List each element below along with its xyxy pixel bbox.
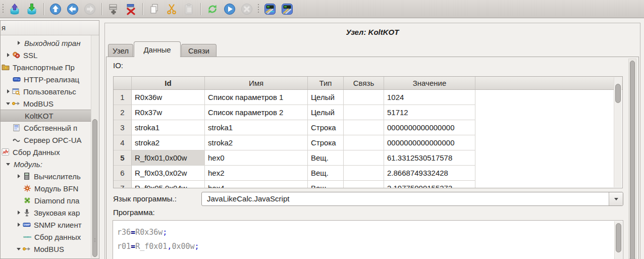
sidebar-item-http-realization[interactable]: HTTP-реализац [1,73,91,85]
table-cell-link[interactable] [344,181,384,188]
expand-closed-icon[interactable] [15,211,23,215]
copy-item-button[interactable] [147,2,162,17]
tab-node[interactable]: Узел [108,44,133,57]
table-cell-id[interactable]: stroka1 [132,120,205,135]
sidebar-item-opc-ua-server[interactable]: Сервер OPC-UA [1,134,91,146]
sidebar-item-koltkot[interactable]: KoltKOT [1,110,91,122]
table-cell-type[interactable]: Вещ. [308,166,344,181]
table-cell-value[interactable]: 0000000000000000 [384,120,475,135]
column-header-id[interactable]: Id [132,77,205,89]
table-cell-link[interactable] [344,135,384,150]
column-header-value[interactable]: Значение [384,77,475,89]
table-cell-id[interactable]: stroka2 [132,135,205,150]
module-tools-1-button[interactable] [262,2,278,17]
column-header-type[interactable]: Тип [308,77,344,89]
column-header-row-number[interactable] [114,77,132,89]
save-to-db-button[interactable] [24,2,39,17]
module-tools-2-button[interactable] [280,2,295,17]
page-scrollbar[interactable] [628,59,636,259]
cut-item-button[interactable] [164,2,179,17]
editor-scrollbar-thumb[interactable] [616,223,621,252]
table-cell-link[interactable] [344,166,384,181]
start-button[interactable] [222,2,237,17]
sidebar-item-diamond-boards[interactable]: Diamond пла [1,194,91,206]
expand-closed-icon[interactable] [4,53,12,57]
expand-closed-icon[interactable] [15,41,23,45]
table-cell-value[interactable]: 1024 [384,90,475,105]
sidebar-scrollbar[interactable] [91,35,98,258]
sidebar-item-own-protocol[interactable]: Собственный п [1,122,91,134]
expand-open-icon[interactable] [4,102,12,105]
table-cell-id[interactable]: R0x36w [132,90,205,105]
sidebar-item-data-acquisition[interactable]: Сбор Данных [1,146,91,158]
sidebar-item-sound-card[interactable]: Звуковая кар [1,206,91,219]
table-cell-name[interactable]: hex0 [205,150,308,166]
table-cell-value[interactable]: 2.19775000155273 [384,181,475,188]
sidebar-item-transport-protocols[interactable]: Транспортные Пр [1,61,91,73]
toolbar-drag-handle[interactable] [256,4,260,14]
table-cell-link[interactable] [344,150,384,166]
row-number[interactable]: 1 [114,90,132,105]
table-cell-link[interactable] [344,105,384,120]
sidebar-item-calculator[interactable]: Вычислитель [1,170,91,182]
table-cell-name[interactable]: Список параметров 1 [205,90,308,105]
sidebar-item-bfn-module[interactable]: Модуль BFN [1,182,91,194]
table-scrollbar-thumb[interactable] [615,84,621,103]
expand-open-icon[interactable] [4,163,12,166]
sidebar-item-siemens-daq[interactable]: SIEMENSСбор данных [1,231,91,243]
table-cell-id[interactable]: R_f0x01,0x00w [132,150,205,166]
table-cell-name[interactable]: stroka2 [205,135,308,150]
table-cell-name[interactable]: Список параметров 2 [205,105,308,120]
column-header-link[interactable]: Связь [344,77,384,89]
sidebar-item-module-group[interactable]: Модуль: [1,158,91,170]
table-cell-value[interactable]: 2.8668749332428 [384,166,475,181]
table-cell-id[interactable]: R_f0x05,0x04w [132,181,205,188]
row-number[interactable]: 6 [114,166,132,181]
row-number[interactable]: 2 [114,105,132,120]
table-cell-link[interactable] [344,120,384,135]
tree-header[interactable]: я [1,21,99,35]
toolbar-drag-handle[interactable] [1,4,5,14]
page-scrollbar-thumb[interactable] [630,61,635,259]
row-number[interactable]: 4 [114,135,132,150]
program-language-select[interactable]: JavaLikeCalc.JavaScript [201,192,623,206]
load-from-db-button[interactable] [7,2,22,17]
table-cell-link[interactable] [344,90,384,105]
table-cell-type[interactable]: Целый [308,105,344,120]
refresh-button[interactable] [205,2,220,17]
table-cell-value[interactable]: 51712 [384,105,475,120]
tab-data[interactable]: Данные [134,41,181,57]
sidebar-item-user-protocols[interactable]: Пользовательс [1,85,91,97]
row-number[interactable]: 5 [114,150,132,166]
expand-open-icon[interactable] [15,248,23,250]
table-cell-type[interactable]: Строка [308,135,344,150]
table-cell-id[interactable]: R_f0x03,0x02w [132,166,205,181]
expand-closed-icon[interactable] [15,223,23,227]
sidebar-item-output-transport[interactable]: Выходной тран [1,37,91,49]
sidebar-item-modbus-daq[interactable]: ModBUS [1,243,91,255]
column-header-name[interactable]: Имя [205,77,308,89]
table-scrollbar[interactable] [614,77,622,187]
table-cell-value[interactable]: 0000000000000000 [384,135,475,150]
expand-closed-icon[interactable] [4,89,12,93]
table-cell-name[interactable]: stroka1 [205,120,308,135]
table-cell-name[interactable]: hex2 [205,166,308,181]
table-cell-value[interactable]: 61.3312530517578 [384,150,475,166]
delete-item-button[interactable] [123,2,138,17]
go-up-button[interactable] [48,2,63,17]
table-cell-id[interactable]: R0x37w [132,105,205,120]
table-cell-type[interactable]: Строка [308,120,344,135]
table-cell-type[interactable]: Вещ. [308,150,344,166]
table-cell-type[interactable]: Целый [308,90,344,105]
expand-closed-icon[interactable] [15,174,23,178]
sidebar-item-modbus-protocol[interactable]: ModBUS [1,97,91,110]
program-editor[interactable]: r36=R0x36w;r01=R_f0x01,0x00w; [113,220,623,259]
sidebar-item-snmp-client[interactable]: SNMPSNMP клиент [1,219,91,231]
sidebar-scrollbar-thumb[interactable] [92,119,97,257]
tab-links[interactable]: Связи [181,44,217,57]
sidebar-item-ssl[interactable]: SSL [1,49,91,61]
table-cell-type[interactable]: Вещ. [308,181,344,188]
table-cell-name[interactable]: hex4 [205,181,308,188]
editor-scrollbar[interactable] [614,221,622,259]
row-number[interactable]: 7 [114,181,132,188]
